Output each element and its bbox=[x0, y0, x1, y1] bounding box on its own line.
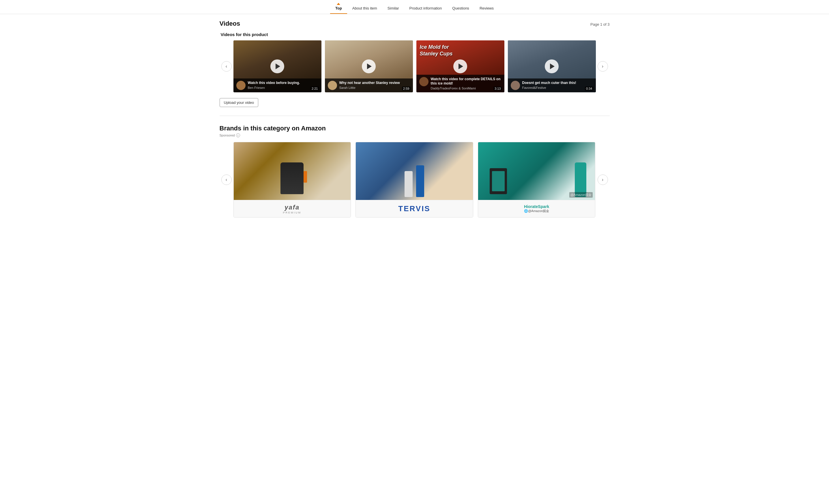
yafa-logo-container: yafa PREMIUM bbox=[283, 204, 301, 214]
video-duration-2: 2:59 bbox=[402, 86, 410, 91]
hioratespark-logo-text: HiorateSpark bbox=[524, 204, 549, 209]
brand-logo-hioratespark: HiorateSpark 🌐@Amazon掘金 bbox=[478, 200, 595, 217]
brand-logo-yafa: yafa PREMIUM bbox=[234, 200, 351, 217]
video-card-2[interactable]: 2:59 Why not hear another Stanley review… bbox=[325, 40, 413, 92]
video-duration-4: 0:34 bbox=[585, 86, 593, 91]
video-avatar-4 bbox=[511, 81, 520, 90]
nav-product-info[interactable]: Product information bbox=[404, 3, 447, 14]
play-button-1[interactable] bbox=[271, 60, 284, 73]
video-meta-3: Watch this video for complete DETAILS on… bbox=[431, 77, 502, 90]
brands-carousel: ‹ yafa PREMIUM bbox=[220, 142, 610, 218]
play-icon-1 bbox=[276, 64, 280, 69]
hioratespark-bottle bbox=[575, 163, 586, 197]
brands-prev-arrow[interactable]: ‹ bbox=[221, 175, 232, 185]
brands-next-arrow[interactable]: › bbox=[598, 175, 608, 185]
tervis-bottles bbox=[404, 165, 424, 197]
brand-logo-tervis: TERVIS bbox=[356, 200, 473, 217]
nav-about[interactable]: About this item bbox=[347, 3, 382, 14]
brand-image-tervis bbox=[356, 142, 473, 200]
videos-title: Videos bbox=[220, 20, 240, 27]
video-title-3: Watch this video for complete DETAILS on… bbox=[431, 77, 502, 86]
sponsored-info-icon[interactable]: i bbox=[236, 133, 240, 137]
tervis-logo-text: TERVIS bbox=[398, 204, 430, 213]
nav-similar[interactable]: Similar bbox=[382, 3, 404, 14]
video-author-1: Ben Friesen bbox=[248, 86, 319, 89]
section-divider bbox=[220, 116, 610, 116]
brands-list: yafa PREMIUM TERVIS bbox=[233, 142, 596, 218]
play-icon-3 bbox=[459, 64, 463, 69]
yafa-mug bbox=[281, 163, 303, 194]
video-card-1[interactable]: 2:21 Watch this video before buying. Ben… bbox=[233, 40, 321, 92]
video-meta-4: Doesnt get much cuter than this! Favored… bbox=[522, 81, 593, 89]
amazon-watermark-logo: 🌐@Amazon掘金 bbox=[524, 209, 549, 213]
video-avatar-1 bbox=[236, 81, 246, 90]
video-info-1: Watch this video before buying. Ben Frie… bbox=[233, 78, 321, 92]
play-button-3[interactable] bbox=[453, 60, 467, 73]
brand-card-hioratespark[interactable]: @Amazon掘金 HiorateSpark 🌐@Amazon掘金 bbox=[478, 142, 596, 218]
nav-top[interactable]: Top bbox=[330, 0, 347, 14]
nav-questions[interactable]: Questions bbox=[447, 3, 474, 14]
brand-card-yafa[interactable]: yafa PREMIUM bbox=[233, 142, 351, 218]
videos-section: Videos Page 1 of 3 Videos for this produ… bbox=[220, 20, 610, 107]
video-info-4: Doesnt get much cuter than this! Favored… bbox=[508, 78, 596, 92]
page-indicator: Page 1 of 3 bbox=[590, 22, 610, 27]
main-content: Videos Page 1 of 3 Videos for this produ… bbox=[213, 14, 617, 223]
mug-handle bbox=[303, 171, 307, 183]
upload-video-button[interactable]: Upload your video bbox=[220, 98, 258, 107]
video-card-4[interactable]: 0:34 Doesnt get much cuter than this! Fa… bbox=[508, 40, 596, 92]
hioratespark-phone bbox=[490, 168, 507, 194]
video-title-2: Why not hear another Stanley review bbox=[339, 81, 410, 85]
brand-card-tervis[interactable]: TERVIS bbox=[356, 142, 473, 218]
hioratespark-watermark: @Amazon掘金 bbox=[569, 192, 593, 197]
play-icon-4 bbox=[550, 64, 554, 69]
phone-screen bbox=[492, 171, 505, 191]
hioratespark-logo-container: HiorateSpark 🌐@Amazon掘金 bbox=[524, 204, 549, 213]
video-title-4: Doesnt get much cuter than this! bbox=[522, 81, 593, 85]
yafa-logo-text: yafa bbox=[283, 204, 301, 211]
sponsored-label: Sponsored i bbox=[220, 133, 610, 137]
brands-section: Brands in this category on Amazon Sponso… bbox=[220, 124, 610, 218]
nav-reviews[interactable]: Reviews bbox=[474, 3, 499, 14]
brand-image-hioratespark: @Amazon掘金 bbox=[478, 142, 595, 200]
video-duration-3: 3:13 bbox=[494, 86, 502, 91]
video-author-4: Favored&Festive bbox=[522, 86, 593, 89]
play-button-4[interactable] bbox=[545, 60, 558, 73]
top-navigation: Top About this item Similar Product info… bbox=[0, 0, 829, 14]
videos-prev-arrow[interactable]: ‹ bbox=[221, 61, 232, 72]
video-meta-2: Why not hear another Stanley review Sara… bbox=[339, 81, 410, 89]
play-button-2[interactable] bbox=[362, 60, 376, 73]
play-icon-2 bbox=[367, 64, 372, 69]
video-title-1: Watch this video before buying. bbox=[248, 81, 319, 85]
video-card-3[interactable]: Ice Mold forStanley Cups 3:13 Watch this… bbox=[417, 40, 504, 92]
video-meta-1: Watch this video before buying. Ben Frie… bbox=[248, 81, 319, 89]
yafa-logo-sub: PREMIUM bbox=[283, 211, 301, 214]
video-author-3: DaddyTradesForex & SoniMami bbox=[431, 86, 502, 90]
video-duration-1: 2:21 bbox=[311, 86, 319, 91]
videos-list: 2:21 Watch this video before buying. Ben… bbox=[233, 40, 596, 92]
brands-title: Brands in this category on Amazon bbox=[220, 124, 610, 132]
video-overlay-text-3: Ice Mold forStanley Cups bbox=[420, 44, 453, 58]
video-avatar-2 bbox=[328, 81, 337, 90]
video-info-2: Why not hear another Stanley review Sara… bbox=[325, 78, 413, 92]
tervis-bottle-2 bbox=[416, 165, 424, 197]
videos-subtitle: Videos for this product bbox=[221, 32, 610, 37]
chevron-up-icon bbox=[337, 3, 340, 5]
brand-image-yafa bbox=[234, 142, 351, 200]
video-info-3: Watch this video for complete DETAILS on… bbox=[417, 75, 504, 92]
video-avatar-3 bbox=[419, 77, 429, 86]
video-author-2: Sarah Littte bbox=[339, 86, 410, 89]
videos-next-arrow[interactable]: › bbox=[598, 61, 608, 72]
tervis-bottle-1 bbox=[404, 171, 412, 197]
videos-carousel: ‹ 2:21 Watch this video before buying. bbox=[220, 40, 610, 92]
